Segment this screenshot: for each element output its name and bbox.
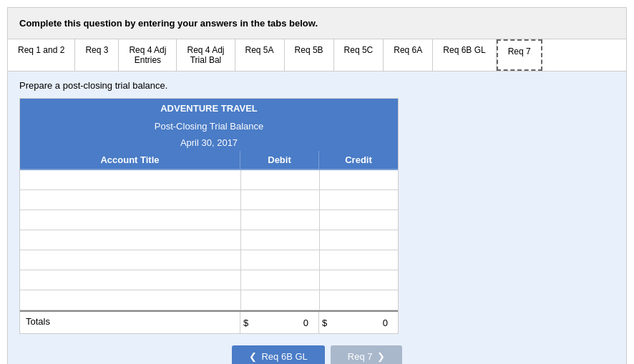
credit-dollar-sign: $ [322, 318, 327, 328]
next-button[interactable]: Req 7 [331, 345, 402, 364]
report-date: April 30, 2017 [20, 134, 398, 151]
main-container: Complete this question by entering your … [7, 7, 627, 364]
input-account-3[interactable] [20, 210, 240, 230]
table-row[interactable] [20, 250, 398, 270]
col-header-credit: Credit [319, 151, 398, 169]
content-area: Prepare a post-closing trial balance. AD… [8, 72, 626, 364]
input-debit-1[interactable] [240, 170, 319, 190]
credit-total-value: 0 [383, 318, 395, 328]
column-headers: Account Title Debit Credit [20, 151, 398, 170]
tab-req7[interactable]: Req 7 [497, 39, 542, 71]
next-arrow-icon [377, 351, 385, 362]
totals-credit: $ 0 [319, 312, 398, 333]
input-debit-6[interactable] [240, 270, 319, 290]
prev-arrow-icon [249, 351, 257, 362]
tab-req3[interactable]: Req 3 [75, 39, 119, 71]
content-instruction: Prepare a post-closing trial balance. [19, 80, 615, 91]
table-row[interactable] [20, 270, 398, 290]
table-row[interactable] [20, 210, 398, 230]
table-row[interactable] [20, 170, 398, 190]
input-account-5[interactable] [20, 250, 240, 270]
input-debit-3[interactable] [240, 210, 319, 230]
tab-req6a[interactable]: Req 6A [384, 39, 433, 71]
input-credit-6[interactable] [319, 270, 398, 290]
tab-req5a[interactable]: Req 5A [235, 39, 285, 71]
instruction-text: Complete this question by entering your … [19, 18, 318, 29]
debit-total-value: 0 [303, 318, 316, 328]
tab-req4adjentries[interactable]: Req 4 Adj Entries [119, 39, 177, 71]
input-credit-3[interactable] [319, 210, 398, 230]
totals-label: Totals [20, 312, 240, 333]
input-debit-7[interactable] [240, 290, 319, 310]
tab-req5b[interactable]: Req 5B [285, 39, 334, 71]
input-debit-2[interactable] [240, 190, 319, 210]
input-credit-2[interactable] [319, 190, 398, 210]
debit-dollar-sign: $ [243, 318, 248, 328]
table-row[interactable] [20, 230, 398, 250]
col-header-debit: Debit [240, 151, 319, 169]
prev-button-label: Req 6B GL [261, 351, 307, 362]
prev-button[interactable]: Req 6B GL [232, 345, 324, 364]
input-account-2[interactable] [20, 190, 240, 210]
input-debit-5[interactable] [240, 250, 319, 270]
input-credit-7[interactable] [319, 290, 398, 310]
input-account-1[interactable] [20, 170, 240, 190]
input-credit-4[interactable] [319, 230, 398, 250]
col-header-account: Account Title [20, 151, 240, 169]
tabs-bar: Req 1 and 2 Req 3 Req 4 Adj Entries Req … [8, 39, 626, 72]
report-title: Post-Closing Trial Balance [20, 118, 398, 134]
input-credit-1[interactable] [319, 170, 398, 190]
trial-balance-table: ADVENTURE TRAVEL Post-Closing Trial Bala… [19, 98, 399, 334]
input-debit-4[interactable] [240, 230, 319, 250]
input-account-6[interactable] [20, 270, 240, 290]
tab-req4adjtrial[interactable]: Req 4 Adj Trial Bal [177, 39, 235, 71]
input-account-7[interactable] [20, 290, 240, 310]
totals-debit: $ 0 [240, 312, 319, 333]
company-name: ADVENTURE TRAVEL [20, 99, 398, 118]
totals-row: Totals $ 0 $ 0 [20, 310, 398, 333]
input-credit-5[interactable] [319, 250, 398, 270]
tab-req1and2[interactable]: Req 1 and 2 [8, 39, 75, 71]
tab-req6bgl[interactable]: Req 6B GL [433, 39, 496, 71]
input-account-4[interactable] [20, 230, 240, 250]
instruction-bar: Complete this question by entering your … [8, 8, 626, 39]
next-button-label: Req 7 [348, 351, 373, 362]
table-row[interactable] [20, 290, 398, 310]
nav-buttons: Req 6B GL Req 7 [19, 345, 615, 364]
tab-req5c[interactable]: Req 5C [334, 39, 384, 71]
table-row[interactable] [20, 190, 398, 210]
